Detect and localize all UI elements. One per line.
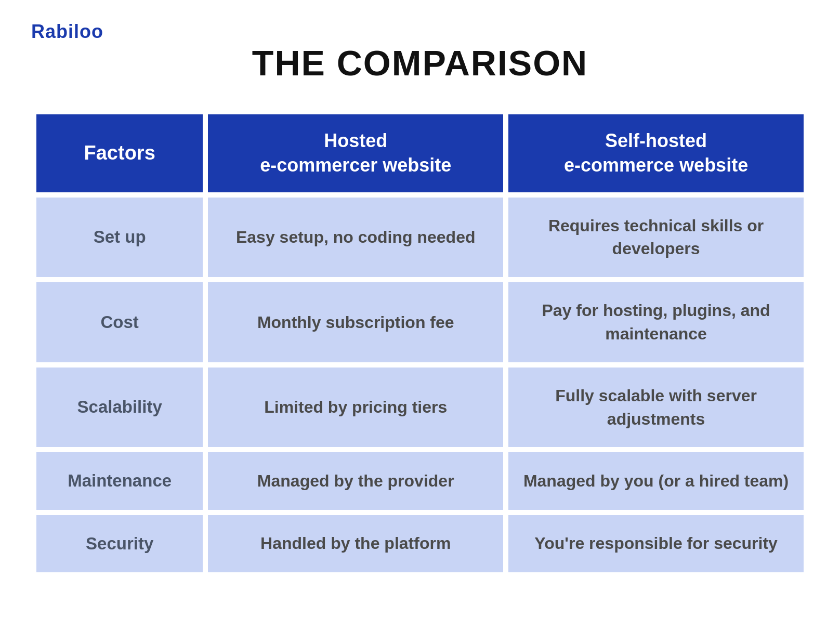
header-factors: Factors: [36, 114, 203, 192]
header-self: Self-hosted e-commerce website: [508, 114, 804, 192]
table-row: Set upEasy setup, no coding neededRequir…: [36, 198, 804, 278]
factor-cell: Cost: [36, 282, 203, 362]
hosted-cell: Handled by the platform: [208, 515, 503, 572]
factor-cell: Security: [36, 515, 203, 572]
self-cell: Requires technical skills or developers: [508, 198, 804, 278]
comparison-table: Factors Hosted e-commercer website Self-…: [31, 109, 809, 578]
page-title: THE COMPARISON: [31, 43, 809, 83]
table-header-row: Factors Hosted e-commercer website Self-…: [36, 114, 804, 192]
self-cell: Pay for hosting, plugins, and maintenanc…: [508, 282, 804, 362]
factor-cell: Maintenance: [36, 452, 203, 509]
self-cell: Managed by you (or a hired team): [508, 452, 804, 509]
table-row: CostMonthly subscription feePay for host…: [36, 282, 804, 362]
hosted-cell: Limited by pricing tiers: [208, 368, 503, 448]
logo: Rabiloo: [31, 21, 809, 43]
self-cell: You're responsible for security: [508, 515, 804, 572]
factor-cell: Scalability: [36, 368, 203, 448]
table-row: SecurityHandled by the platformYou're re…: [36, 515, 804, 572]
self-cell: Fully scalable with server adjustments: [508, 368, 804, 448]
header-hosted: Hosted e-commercer website: [208, 114, 503, 192]
hosted-cell: Easy setup, no coding needed: [208, 198, 503, 278]
table-row: ScalabilityLimited by pricing tiersFully…: [36, 368, 804, 448]
hosted-cell: Managed by the provider: [208, 452, 503, 509]
table-row: MaintenanceManaged by the providerManage…: [36, 452, 804, 509]
hosted-cell: Monthly subscription fee: [208, 282, 503, 362]
factor-cell: Set up: [36, 198, 203, 278]
